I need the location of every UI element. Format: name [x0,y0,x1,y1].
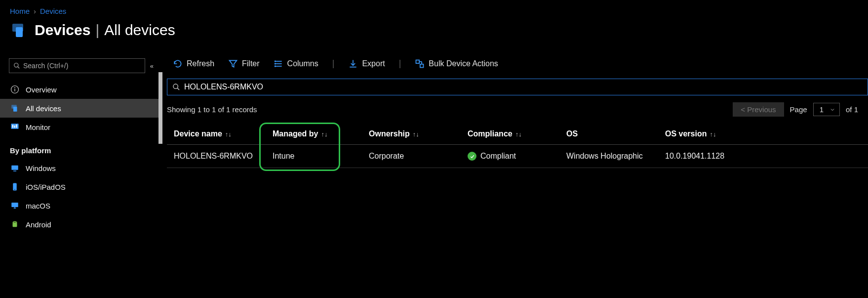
monitor-icon [10,123,20,131]
main-search[interactable] [167,79,868,95]
sidebar-item-ios[interactable]: iOS/iPadOS [0,177,162,196]
breadcrumb-devices[interactable]: Devices [40,7,66,15]
svg-rect-32 [416,60,420,63]
windows-icon [10,164,20,172]
toolbar: Refresh Filter Columns | Export | [163,58,868,79]
download-icon [348,59,358,69]
col-managed-by[interactable]: Managed by↑↓ [266,124,362,145]
columns-button[interactable]: Columns [274,59,318,69]
svg-rect-14 [13,170,16,171]
records-count: Showing 1 to 1 of 1 records [167,105,257,114]
sidebar-item-label: Overview [26,85,57,94]
breadcrumb-home[interactable]: Home [10,7,30,15]
filter-icon [228,59,238,69]
svg-rect-18 [14,208,16,209]
page-label: Page [790,105,807,114]
toolbar-label: Refresh [187,59,214,68]
toolbar-label: Bulk Device Actions [429,59,498,68]
sidebar-item-label: Monitor [26,123,50,131]
sidebar-item-label: All devices [26,104,61,113]
sidebar-item-all-devices[interactable]: All devices [0,99,162,118]
collapse-sidebar-icon[interactable]: « [150,62,154,70]
sidebar-item-label: iOS/iPadOS [26,183,66,191]
svg-marker-23 [230,60,237,67]
col-compliance[interactable]: Compliance↑↓ [461,124,559,145]
svg-rect-17 [11,203,18,207]
col-device-name[interactable]: Device name↑↓ [167,124,266,145]
toolbar-label: Export [362,59,385,68]
pager: < Previous Page 1 of 1 [733,102,858,117]
filter-button[interactable]: Filter [228,59,260,69]
svg-point-36 [173,84,178,88]
svg-point-28 [275,63,276,64]
devices-icon [10,21,28,39]
sidebar-search-input[interactable]: Search (Ctrl+/) [9,58,145,73]
table-row[interactable]: HOLOLENS-6RMKVO Intune Corporate Complia… [167,145,868,168]
sidebar-section-platform: By platform [0,136,162,159]
svg-rect-12 [16,125,17,128]
cell-managed-by: Intune [266,145,362,168]
svg-point-16 [14,189,15,190]
cell-ownership: Corporate [362,145,461,168]
page-title: Devices | All devices [35,22,175,39]
svg-rect-10 [12,125,13,128]
svg-rect-8 [13,107,17,112]
col-os[interactable]: OS [559,124,658,145]
cell-os: Windows Holographic [559,145,658,168]
columns-icon [274,59,283,69]
sidebar-search-placeholder: Search (Ctrl+/) [23,62,68,70]
svg-rect-11 [14,126,15,128]
svg-rect-19 [14,207,15,208]
phone-icon [10,182,20,191]
svg-point-6 [14,87,15,88]
sidebar-item-android[interactable]: Android [0,215,162,234]
sidebar-scrollbar[interactable] [158,72,162,144]
svg-line-37 [177,88,179,90]
toolbar-separator: | [399,58,401,69]
devices-small-icon [10,104,20,113]
sort-icon: ↑↓ [515,130,522,138]
svg-line-3 [18,67,20,69]
bulk-icon [415,59,425,69]
sidebar-item-macos[interactable]: macOS [0,196,162,215]
sort-icon: ↑↓ [321,130,327,138]
sort-icon: ↑↓ [225,130,232,138]
cell-compliance: Compliant [461,145,559,168]
check-circle-icon [468,152,476,161]
col-ownership[interactable]: Ownership↑↓ [362,124,461,145]
svg-rect-33 [420,64,424,67]
refresh-button[interactable]: Refresh [173,59,214,69]
sidebar-item-label: macOS [26,202,50,210]
main-content: Refresh Filter Columns | Export | [163,49,868,298]
cell-device-name: HOLOLENS-6RMKVO [167,145,266,168]
main-search-input[interactable] [184,83,863,91]
svg-point-27 [275,60,276,62]
col-os-version[interactable]: OS version↑↓ [658,124,868,145]
info-icon [10,85,20,94]
svg-rect-20 [13,222,17,227]
previous-button[interactable]: < Previous [733,102,784,117]
chevron-down-icon [829,107,835,113]
sidebar-item-label: Windows [26,164,56,172]
breadcrumb: Home › Devices [0,0,868,19]
export-button[interactable]: Export [348,59,385,69]
sidebar-item-windows[interactable]: Windows [0,159,162,177]
refresh-icon [173,59,183,69]
toolbar-label: Columns [287,59,318,68]
sidebar-item-monitor[interactable]: Monitor [0,118,162,136]
search-icon [172,83,180,91]
page-title-bar: Devices | All devices [0,19,868,49]
sidebar-item-label: Android [26,220,51,229]
table-header-row: Device name↑↓ Managed by↑↓ Ownership↑↓ C… [167,124,868,145]
bulk-actions-button[interactable]: Bulk Device Actions [415,59,498,69]
sort-icon: ↑↓ [710,130,716,138]
chevron-right-icon: › [34,7,36,15]
svg-point-29 [275,65,276,67]
devices-table: Device name↑↓ Managed by↑↓ Ownership↑↓ C… [167,124,868,168]
search-icon [13,62,20,69]
svg-rect-13 [11,166,18,170]
sidebar-item-overview[interactable]: Overview [0,80,162,99]
toolbar-label: Filter [242,59,260,68]
sort-icon: ↑↓ [413,130,419,138]
page-select[interactable]: 1 [813,103,840,116]
